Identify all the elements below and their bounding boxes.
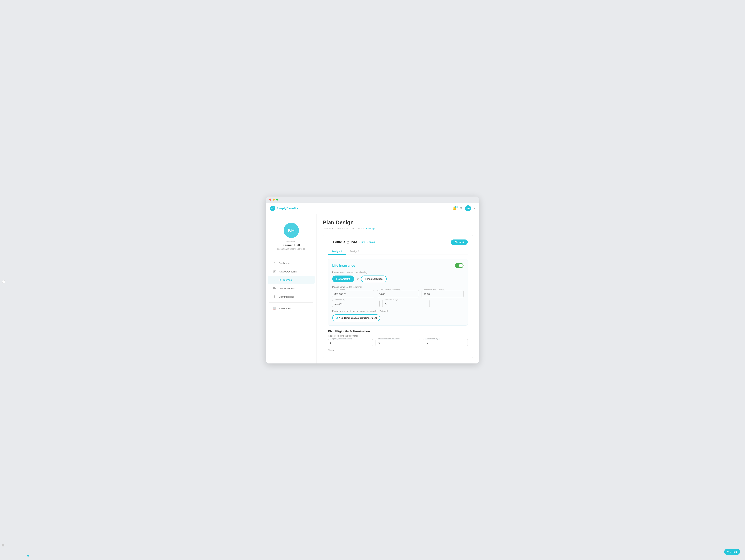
reduces-by-field: Reduces By	[332, 300, 380, 307]
non-evidence-label: Non-Evidence Maximum	[379, 289, 400, 291]
termination-age-input[interactable]	[423, 339, 468, 346]
nav-divider	[269, 302, 313, 303]
sidebar-item-in-progress[interactable]: ≡ In Progress	[268, 276, 315, 284]
sidebar-item-active-accounts[interactable]: ▣ Active Accounts	[268, 267, 315, 275]
active-accounts-icon: ▣	[273, 270, 277, 273]
user-name: Keenan Hall	[283, 243, 300, 247]
welcome-text: Welcome,	[286, 240, 296, 243]
sidebar-item-resources[interactable]: 📖 Resources	[268, 304, 315, 312]
fields-row-2: Reduces By Reduces at Age	[332, 300, 463, 307]
sidebar-item-commissions[interactable]: $ Commissions	[268, 293, 315, 301]
termination-age-field: Termination Age	[423, 339, 468, 346]
page-content: Plan Design Dashboard › In Progress › AB…	[317, 214, 479, 363]
sidebar-item-label: Lost Accounts	[279, 287, 294, 290]
back-button[interactable]: ←	[328, 240, 331, 244]
eligibility-title: Plan Eligibility & Termination	[328, 330, 468, 333]
min-hours-field: Minimum Hours per Week	[376, 339, 420, 346]
user-dropdown-arrow[interactable]: ▾	[474, 207, 475, 210]
tab-design2[interactable]: Design 2	[346, 248, 363, 255]
new-button[interactable]: + NEW	[359, 241, 365, 243]
maximize-dot[interactable]	[276, 199, 278, 201]
header-right: 🔔 4 ⚙ KH ▾	[452, 205, 475, 211]
reduces-by-input[interactable]	[332, 300, 380, 307]
svg-point-0	[271, 206, 274, 210]
decorative-dot-bottom	[27, 555, 29, 557]
user-avatar-large: KH	[284, 223, 299, 238]
breadcrumb-abc-co[interactable]: ABC Co	[352, 227, 360, 230]
eligibility-fields-row: Eligibility Period (Months) Minimum Hour…	[328, 339, 468, 346]
add-button[interactable]: ⊕ Accidental Death & Dismemberment	[332, 315, 380, 321]
sidebar-item-label: Commissions	[279, 295, 294, 298]
flat-amount-label: Flat Amount	[334, 289, 346, 291]
quote-header: ← Build a Quote + NEW + CLONE Class: A	[328, 239, 468, 245]
decorative-dot-left	[2, 280, 5, 284]
lost-accounts-icon	[273, 286, 277, 290]
clone-button[interactable]: + CLONE	[367, 241, 376, 243]
svg-rect-2	[274, 287, 275, 289]
settings-button[interactable]: ⚙	[459, 206, 462, 210]
selector-label: Please select between the following:	[332, 271, 463, 273]
complete-label: Please complete the following:	[332, 286, 463, 288]
app-logo: SimplyBenefits	[270, 206, 298, 211]
decorative-dot-left2	[2, 544, 4, 547]
tabs: Design 1 Design 2	[328, 248, 468, 255]
eligibility-complete-label: Please complete the following:	[328, 334, 468, 337]
svg-rect-1	[273, 287, 274, 289]
notes-label: Notes:	[328, 349, 468, 352]
min-hours-input[interactable]	[376, 339, 420, 346]
non-evidence-input[interactable]	[377, 290, 419, 297]
user-avatar-small[interactable]: KH	[465, 205, 471, 211]
main-layout: KH Welcome, Keenan Hall keenan.hall@simp…	[266, 214, 479, 363]
fields-row-1: Flat Amount Non-Evidence Maximum Maximum…	[332, 290, 463, 297]
logo-text: SimplyBenefits	[277, 207, 298, 210]
breadcrumb: Dashboard › In Progress › ABC Co › Plan …	[323, 227, 473, 230]
flat-amount-field: Flat Amount	[332, 290, 374, 297]
reduces-at-age-label: Reduces at Age	[384, 298, 399, 301]
breadcrumb-plan-design: Plan Design	[363, 227, 375, 230]
termination-age-label: Termination Age	[425, 338, 440, 340]
help-icon: ?	[727, 551, 729, 553]
sidebar-item-label: Dashboard	[279, 262, 291, 265]
browser-bar	[266, 197, 479, 203]
eligibility-section: Plan Eligibility & Termination Please co…	[328, 330, 468, 352]
min-hours-label: Minimum Hours per Week	[378, 338, 400, 340]
app-header: SimplyBenefits 🔔 4 ⚙ KH ▾	[266, 203, 479, 214]
flat-amount-button[interactable]: Flat Amount	[332, 275, 354, 282]
non-evidence-field: Non-Evidence Maximum	[377, 290, 419, 297]
close-dot[interactable]	[269, 199, 271, 201]
breadcrumb-dashboard[interactable]: Dashboard	[323, 227, 333, 230]
max-evidence-field: Maximum with Evidence	[422, 290, 463, 297]
sidebar-item-lost-accounts[interactable]: Lost Accounts	[268, 284, 315, 292]
minimize-dot[interactable]	[273, 199, 275, 201]
sidebar: KH Welcome, Keenan Hall keenan.hall@simp…	[266, 214, 317, 363]
user-email: keenan.hall@simplybenefits.ca	[277, 248, 305, 250]
breadcrumb-in-progress[interactable]: In Progress	[337, 227, 348, 230]
reduces-at-age-input[interactable]	[382, 300, 430, 307]
quote-title-row: ← Build a Quote + NEW + CLONE	[328, 240, 376, 244]
or-text: or	[356, 277, 358, 280]
logo-icon	[270, 206, 276, 211]
flat-amount-input[interactable]	[332, 290, 374, 297]
life-insurance-toggle[interactable]	[455, 263, 463, 268]
eligibility-period-label: Eligibility Period (Months)	[330, 338, 352, 340]
commissions-icon: $	[273, 295, 277, 298]
help-button[interactable]: ? ? Help	[724, 549, 740, 555]
times-earnings-button[interactable]: Times Earnings	[361, 275, 387, 282]
tab-design1[interactable]: Design 1	[328, 248, 346, 255]
home-icon: ⌂	[273, 261, 277, 265]
eligibility-period-input[interactable]	[328, 339, 373, 346]
class-button[interactable]: Class: A	[451, 239, 468, 245]
amount-selector: Flat Amount or Times Earnings	[332, 275, 463, 282]
max-evidence-label: Maximum with Evidence	[424, 289, 445, 291]
sidebar-item-dashboard[interactable]: ⌂ Dashboard	[268, 259, 315, 267]
page-title: Plan Design	[323, 219, 473, 226]
quote-title: Build a Quote	[333, 240, 357, 244]
eligibility-period-field: Eligibility Period (Months)	[328, 339, 373, 346]
svg-rect-3	[276, 288, 276, 289]
optional-label: Please select the items you would like i…	[332, 310, 463, 312]
notification-button[interactable]: 🔔 4	[452, 206, 457, 210]
help-label: ? Help	[730, 551, 737, 553]
reduces-by-label: Reduces By	[334, 298, 346, 301]
in-progress-icon: ≡	[273, 278, 277, 282]
max-evidence-input[interactable]	[422, 290, 463, 297]
